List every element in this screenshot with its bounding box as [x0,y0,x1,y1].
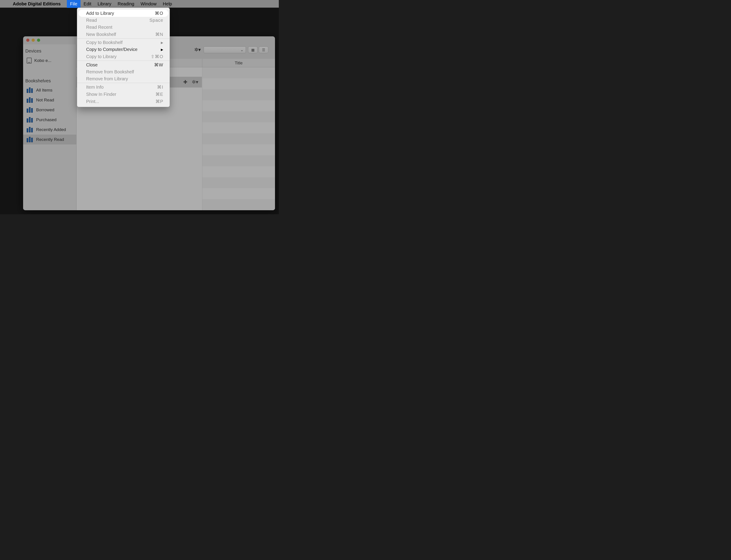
bookshelf-icon [27,107,33,113]
bookshelf-icon [27,87,33,93]
sidebar-item-label: Not Read [36,98,54,103]
menu-reading[interactable]: Reading [114,0,138,8]
app-name[interactable]: Adobe Digital Editions [13,1,61,7]
table-row [202,122,275,133]
table-row [202,177,275,188]
system-menubar: Adobe Digital Editions File Edit Library… [0,0,279,8]
menu-item-label: Copy to Bookshelf [86,40,123,45]
bookshelf-icon [27,137,33,142]
menu-item-shortcut: ⌘P [156,99,163,104]
sidebar-device-item[interactable]: Kobo e... [23,55,76,66]
menu-item-label: Read Recent [86,25,112,30]
menu-library[interactable]: Library [94,0,114,8]
bookshelf-icon [27,117,33,123]
file-menu-dropdown: Add to Library ⌘O Read Space Read Recent… [77,8,170,107]
table-row [202,144,275,155]
table-row [202,100,275,111]
table-row [202,166,275,177]
table-row [202,199,275,210]
view-list-button[interactable]: ☰ [259,46,268,53]
submenu-arrow-icon: ▶ [161,48,163,51]
menu-item-close[interactable]: Close ⌘W [79,61,168,68]
table-row [202,78,275,89]
sidebar-devices-heading: Devices [23,47,76,55]
menu-item-shortcut: Space [149,18,163,23]
menu-item-shortcut: ⌘N [155,32,163,37]
sidebar-shelf-borrowed[interactable]: Borrowed [23,105,76,115]
sidebar-shelf-recently-added[interactable]: Recently Added [23,125,76,135]
menu-help[interactable]: Help [160,0,175,8]
menu-item-label: New Bookshelf [86,32,116,37]
menu-item-label: Copy to Library [86,54,117,59]
menu-edit[interactable]: Edit [81,0,94,8]
shelf-options-gear-icon[interactable]: ✲▾ [194,47,201,53]
sidebar-item-label: Recently Read [36,137,64,142]
menu-item-shortcut: ⇧⌘O [151,54,163,59]
add-icon[interactable]: ✚ [183,79,187,85]
submenu-arrow-icon: ▶ [161,41,163,44]
menu-item-item-info[interactable]: Item Info ⌘I [79,83,168,91]
menu-item-label: Remove from Library [86,76,128,81]
gear-icon[interactable]: ✲▾ [192,79,198,85]
menu-item-label: Copy to Computer/Device [86,47,138,52]
menu-item-shortcut: ⌘W [154,62,163,68]
menu-file[interactable]: File [67,0,80,8]
menu-item-add-to-library[interactable]: Add to Library ⌘O [79,10,168,17]
sidebar-shelf-purchased[interactable]: Purchased [23,115,76,125]
table-row [202,188,275,199]
sidebar: Devices Kobo e... Bookshelves All Items … [23,44,77,210]
sidebar-bookshelves-heading: Bookshelves [23,77,76,85]
menu-item-shortcut: ⌘E [156,92,163,97]
menu-item-label: Item Info [86,85,104,90]
sidebar-shelf-all-items[interactable]: All Items [23,85,76,95]
ereader-icon [27,58,32,63]
menu-item-copy-to-computer-device[interactable]: Copy to Computer/Device ▶ [79,46,168,53]
table-row [202,111,275,122]
menu-item-label: Close [86,62,98,68]
sidebar-item-label: Purchased [36,117,57,122]
sort-select[interactable]: ⌄ [204,46,246,53]
table-row [202,133,275,144]
sidebar-item-label: All Items [36,88,53,93]
bookshelf-icon [27,127,33,132]
table-row [202,67,275,78]
menu-item-label: Show In Finder [86,92,116,97]
menu-item-new-bookshelf[interactable]: New Bookshelf ⌘N [79,31,168,38]
sidebar-item-label: Borrowed [36,107,54,112]
sidebar-item-label: Kobo e... [34,58,51,63]
table-row [202,155,275,166]
view-thumbnail-button[interactable]: ▦ [248,46,258,53]
table-row [202,89,275,100]
menu-item-copy-to-bookshelf[interactable]: Copy to Bookshelf ▶ [79,39,168,46]
menu-item-print[interactable]: Print... ⌘P [79,98,168,105]
menu-item-label: Read [86,18,97,23]
column-title[interactable]: Title [202,59,275,67]
menu-item-show-in-finder[interactable]: Show In Finder ⌘E [79,91,168,98]
menu-item-shortcut: ⌘O [155,11,163,16]
sidebar-shelf-not-read[interactable]: Not Read [23,95,76,105]
menu-item-label: Remove from Bookshelf [86,69,134,74]
menu-item-label: Print... [86,99,99,104]
menu-item-read-recent[interactable]: Read Recent [79,24,168,31]
menu-window[interactable]: Window [138,0,160,8]
sidebar-item-label: Recently Added [36,127,66,132]
sidebar-shelf-recently-read[interactable]: Recently Read [23,135,76,144]
menu-item-remove-from-bookshelf[interactable]: Remove from Bookshelf [79,68,168,75]
menu-item-copy-to-library[interactable]: Copy to Library ⇧⌘O [79,53,168,60]
chevron-down-icon: ⌄ [241,48,243,52]
menu-item-remove-from-library[interactable]: Remove from Library [79,75,168,82]
menu-item-shortcut: ⌘I [157,84,163,90]
menu-item-read[interactable]: Read Space [79,17,168,24]
bookshelf-icon [27,97,33,103]
menu-item-label: Add to Library [86,11,114,16]
